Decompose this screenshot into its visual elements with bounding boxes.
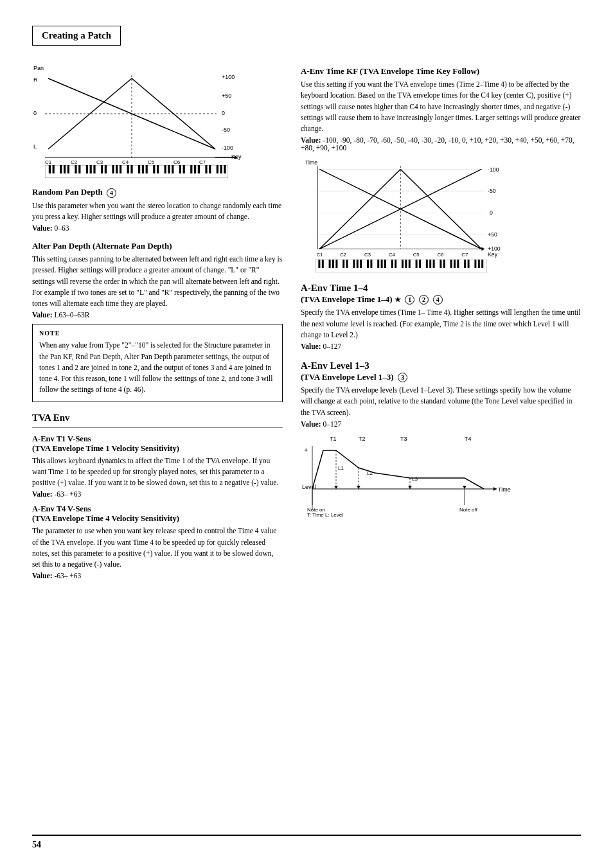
svg-rect-106 <box>402 260 404 268</box>
svg-text:C1: C1 <box>45 159 52 165</box>
svg-rect-116 <box>450 260 452 268</box>
svg-text:+50: +50 <box>488 231 497 238</box>
svg-rect-92 <box>332 260 334 268</box>
svg-text:C1: C1 <box>316 252 323 258</box>
svg-text:-100: -100 <box>488 167 499 173</box>
svg-rect-107 <box>405 260 407 268</box>
a-env-level-title: A-Env Level 1–3 (TVA Envelope Level 1–3)… <box>301 360 581 382</box>
svg-marker-145 <box>334 486 338 489</box>
svg-rect-59 <box>217 165 218 173</box>
alter-pan-depth-value: Value: L63–0–63R <box>32 311 283 319</box>
svg-text:0: 0 <box>222 110 225 116</box>
svg-rect-105 <box>395 260 396 268</box>
svg-marker-148 <box>463 486 466 489</box>
svg-rect-109 <box>416 260 418 268</box>
random-pan-depth-title: Random Pan Depth 4 <box>32 187 283 198</box>
svg-rect-122 <box>478 260 480 268</box>
a-env-time-kf-title: A-Env Time KF (TVA Envelope Time Key Fol… <box>301 66 581 76</box>
svg-rect-61 <box>224 165 226 173</box>
svg-text:-50: -50 <box>488 188 496 194</box>
svg-rect-97 <box>357 260 359 268</box>
svg-rect-89 <box>318 260 320 268</box>
svg-rect-31 <box>67 165 69 173</box>
svg-rect-40 <box>116 165 118 173</box>
svg-rect-39 <box>112 165 114 173</box>
page: Creating a Patch Pan R 0 L +100 +50 0 -5… <box>0 0 613 868</box>
svg-marker-146 <box>357 486 360 489</box>
svg-text:C2: C2 <box>71 159 78 165</box>
a-env-t4-title: A-Env T4 V-Sens (TVA Envelope Time 4 Vel… <box>32 504 283 524</box>
svg-text:C7: C7 <box>199 159 206 165</box>
svg-marker-131 <box>493 487 497 491</box>
svg-rect-51 <box>172 165 173 173</box>
kf-keyboard-bar <box>315 260 487 272</box>
svg-text:+100: +100 <box>222 74 235 80</box>
svg-rect-108 <box>409 260 411 268</box>
svg-rect-123 <box>481 260 483 268</box>
svg-rect-57 <box>205 165 207 173</box>
svg-line-77 <box>319 170 400 249</box>
svg-rect-44 <box>138 165 140 173</box>
left-column: Pan R 0 L +100 +50 0 -50 -100 Key <box>32 57 283 583</box>
svg-rect-60 <box>220 165 222 173</box>
svg-text:T2: T2 <box>359 436 366 442</box>
svg-rect-55 <box>194 165 196 173</box>
svg-rect-47 <box>153 165 155 173</box>
svg-text:Time: Time <box>305 159 317 166</box>
svg-rect-35 <box>90 165 92 173</box>
a-env-t4-value: Value: -63– +63 <box>32 572 283 580</box>
svg-text:0: 0 <box>33 110 37 116</box>
svg-text:T3: T3 <box>400 436 407 442</box>
a-env-t1-title: A-Env T1 V-Sens (TVA Envelope Time 1 Vel… <box>32 434 283 454</box>
svg-text:C3: C3 <box>364 252 371 258</box>
svg-text:Pan: Pan <box>33 65 44 71</box>
svg-rect-121 <box>474 260 476 268</box>
svg-text:L2: L2 <box>367 470 373 476</box>
svg-rect-120 <box>468 260 470 268</box>
svg-rect-112 <box>429 260 431 268</box>
svg-text:T: Time   L: Level: T: Time L: Level <box>307 512 343 518</box>
svg-text:-100: -100 <box>222 145 233 151</box>
svg-text:T1: T1 <box>330 436 337 442</box>
right-column: A-Env Time KF (TVA Envelope Time Key Fol… <box>301 57 581 583</box>
a-env-level-body: Specify the TVA envelope levels (Level 1… <box>301 385 581 418</box>
svg-text:C5: C5 <box>413 252 420 258</box>
svg-text:L1: L1 <box>338 465 344 471</box>
svg-marker-75 <box>481 247 484 251</box>
svg-rect-88 <box>315 260 487 272</box>
svg-rect-56 <box>198 165 200 173</box>
svg-rect-26 <box>45 165 228 178</box>
page-title: Creating a Patch <box>32 26 121 46</box>
svg-rect-36 <box>93 165 95 173</box>
svg-rect-52 <box>179 165 181 173</box>
svg-text:+: + <box>304 446 308 454</box>
svg-rect-119 <box>464 260 466 268</box>
svg-rect-117 <box>454 260 456 268</box>
a-env-t1-body: This allows keyboard dynamics to affect … <box>32 456 283 489</box>
svg-rect-99 <box>367 260 369 268</box>
svg-rect-34 <box>86 165 88 173</box>
a-env-time-body: Specify the TVA envelope times (Time 1– … <box>301 307 581 341</box>
svg-rect-41 <box>120 165 121 173</box>
note-box: NOTE When any value from Type "2"–"10" i… <box>32 324 283 402</box>
alter-pan-depth-title: Alter Pan Depth (Alternate Pan Depth) <box>32 241 283 251</box>
tva-level-chart: T1 T2 T3 T4 + Level Time <box>301 434 513 518</box>
random-pan-depth-body: Use this parameter when you want the ste… <box>32 200 283 223</box>
note-label: NOTE <box>39 328 276 338</box>
pan-keyboard-bar <box>45 165 228 178</box>
svg-text:C2: C2 <box>340 252 346 258</box>
svg-line-78 <box>400 170 481 249</box>
svg-text:L3: L3 <box>412 476 418 482</box>
svg-rect-27 <box>49 165 51 173</box>
a-env-t1-value: Value: -63– +63 <box>32 490 283 498</box>
svg-rect-42 <box>127 165 129 173</box>
svg-text:C5: C5 <box>148 159 155 165</box>
svg-rect-43 <box>130 165 132 173</box>
svg-marker-147 <box>408 486 412 489</box>
svg-text:C4: C4 <box>389 252 396 258</box>
a-env-time-kf-value: Value: -100, -90, -80, -70, -60, -50, -4… <box>301 136 581 152</box>
circle-1: 1 <box>405 295 414 305</box>
svg-rect-58 <box>209 165 211 173</box>
svg-text:0: 0 <box>490 209 493 216</box>
svg-rect-49 <box>164 165 166 173</box>
